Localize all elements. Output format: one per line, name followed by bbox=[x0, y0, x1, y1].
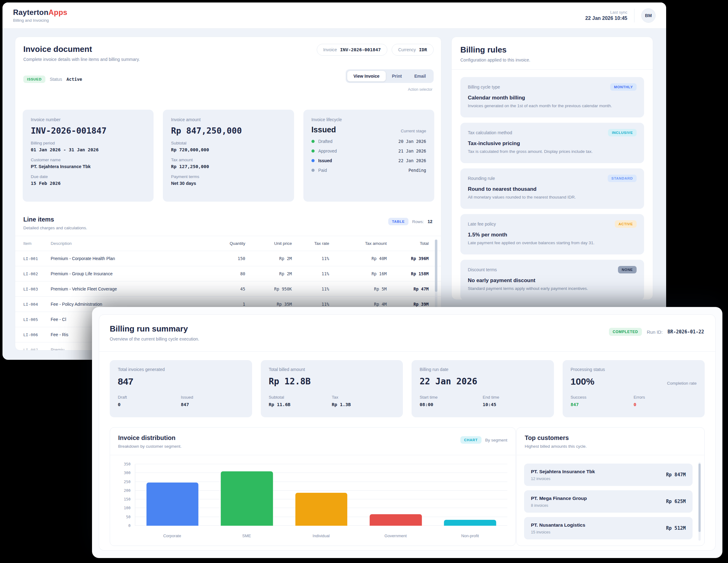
user-avatar[interactable]: BM bbox=[641, 8, 656, 23]
column-header: Tax rate bbox=[292, 241, 329, 246]
y-tick-label: 100 bbox=[124, 506, 131, 510]
status-row: ISSUED Status Active bbox=[23, 76, 82, 83]
rule-late-fee-policy: Late fee policyACTIVE1.5% per monthLate … bbox=[460, 214, 644, 255]
number-box-field-value: PT. Sejahtera Insurance Tbk bbox=[31, 164, 145, 169]
bar-non-profit bbox=[444, 520, 496, 526]
line-items-meta: TABLE Rows: 12 bbox=[388, 218, 432, 225]
billing-run-header: Billing run summary Overview of the curr… bbox=[110, 324, 199, 341]
y-tick-label: 200 bbox=[124, 488, 131, 493]
stat-sub-grid: SubtotalRp 11.6BTaxRp 1.3B bbox=[269, 395, 395, 407]
column-header: Item bbox=[23, 241, 51, 246]
rule-billing-cycle-type: Billing cycle typeMONTHLYCalendar month … bbox=[460, 77, 644, 118]
header-right: Last sync 22 Jan 2026 10:45 BM bbox=[585, 8, 656, 23]
rule-title: 1.5% per month bbox=[468, 232, 637, 238]
rule-tax-calculation-method: Tax calculation methodINCLUSIVETax-inclu… bbox=[460, 123, 644, 163]
rule-label: Billing cycle type bbox=[468, 85, 500, 90]
run-id-label: Run ID: bbox=[647, 329, 663, 334]
table-cell: 45 bbox=[211, 286, 245, 291]
tab-email[interactable]: Email bbox=[408, 71, 432, 81]
amount-box-field-label: Payment terms bbox=[171, 174, 286, 179]
customer-amount: Rp 625M bbox=[666, 499, 686, 504]
stat-value: Rp 12.8B bbox=[269, 376, 311, 386]
top-customers-header-left: Top customers Highest billed amounts thi… bbox=[525, 434, 587, 449]
table-row: LI-002Premium - Group Life Insurance80Rp… bbox=[15, 266, 441, 282]
table-cell: Rp 950K bbox=[245, 286, 292, 291]
table-header-row: ItemDescriptionQuantityUnit priceTax rat… bbox=[15, 236, 441, 251]
stat-sub-grid: Draft0Issued847 bbox=[118, 395, 244, 407]
rows-label: Rows: bbox=[412, 219, 424, 224]
table-cell: LI-006 bbox=[23, 332, 51, 337]
invoice-amount-fields: SubtotalRp 720,000,000Tax amountRp 127,2… bbox=[171, 141, 286, 186]
status-value: Active bbox=[67, 77, 82, 82]
table-cell: Rp 396M bbox=[387, 256, 429, 261]
stat-sub-label: End time bbox=[483, 395, 546, 399]
x-axis-label: SME bbox=[210, 533, 284, 538]
customer-amount: Rp 512M bbox=[666, 525, 686, 531]
stat-sub-label: Draft bbox=[118, 395, 181, 399]
table-cell: Premium - Vehicle Fleet Coverage bbox=[51, 286, 211, 291]
stat-sub-value: 0 bbox=[118, 402, 181, 407]
stage-dot-icon bbox=[311, 169, 315, 172]
customer-invoice-count: 15 invoices bbox=[531, 530, 585, 534]
stat-sub-value: 0 bbox=[634, 402, 697, 407]
customer-info: PT. Nusantara Logistics15 invoices bbox=[531, 522, 585, 534]
y-tick-label: 250 bbox=[124, 480, 131, 484]
stat-big-row: 22 Jan 2026 bbox=[420, 376, 546, 386]
header-divider bbox=[634, 9, 634, 22]
invoice-card-title: Invoice document bbox=[23, 44, 140, 54]
table-scrollbar-thumb[interactable] bbox=[435, 240, 437, 292]
rule-badge: ACTIVE bbox=[615, 220, 637, 228]
distribution-subtitle: Breakdown by customer segment. bbox=[118, 444, 182, 449]
last-sync-label: Last sync bbox=[585, 10, 627, 15]
stat-sub: End time10:45 bbox=[483, 395, 546, 407]
stat-sub-label: Success bbox=[571, 395, 634, 399]
invoice-pill-row: Invoice INV-2026-001847 Currency IDR bbox=[317, 44, 434, 56]
stat-sub: Success847 bbox=[571, 395, 634, 407]
table-cell: 150 bbox=[211, 256, 245, 261]
invoice-card-header: Invoice document Complete invoice detail… bbox=[23, 44, 140, 62]
chart-plot-area bbox=[135, 464, 507, 526]
invoice-card-subtitle: Complete invoice details with line items… bbox=[23, 57, 140, 62]
rule-label: Late fee policy bbox=[468, 222, 496, 227]
top-customers-title: Top customers bbox=[525, 434, 587, 441]
rule-badge: NONE bbox=[618, 266, 637, 274]
stat-big-row: Rp 12.8B bbox=[269, 376, 395, 386]
table-cell: Premium - Group Life Insurance bbox=[51, 271, 211, 276]
number-box-field-label: Customer name bbox=[31, 158, 145, 162]
customers-scrollbar[interactable] bbox=[698, 462, 701, 541]
x-axis-label: Non-profit bbox=[433, 533, 507, 538]
distribution-header: Invoice distribution Breakdown by custom… bbox=[110, 427, 515, 455]
tab-print[interactable]: Print bbox=[386, 71, 408, 81]
bar-government bbox=[370, 514, 422, 526]
table-cell: Fee - Policy Administration bbox=[51, 302, 211, 307]
y-tick-label: 350 bbox=[124, 462, 131, 466]
run-stats-row: Total invoices generated847Draft0Issued8… bbox=[110, 360, 705, 417]
amount-box-field-label: Subtotal bbox=[171, 141, 286, 145]
stage-name: Approved bbox=[318, 149, 337, 154]
stat-sub: SubtotalRp 11.6B bbox=[269, 395, 332, 407]
customers-scrollbar-thumb[interactable] bbox=[698, 464, 701, 532]
table-cell: Rp 39M bbox=[387, 302, 429, 307]
invoice-number-pill[interactable]: Invoice INV-2026-001847 bbox=[317, 44, 387, 56]
stage-name: Issued bbox=[318, 158, 332, 163]
chart-badge: CHART bbox=[460, 436, 481, 444]
rule-description: Standard payment terms apply without ear… bbox=[468, 286, 637, 291]
tab-view-invoice[interactable]: View Invoice bbox=[347, 71, 386, 81]
lifecycle-stage: PaidPending bbox=[311, 168, 426, 173]
lifecycle-stage: Approved21 Jan 2026 bbox=[311, 149, 426, 154]
amount-box-field-label: Tax amount bbox=[171, 158, 286, 162]
table-badge: TABLE bbox=[388, 218, 408, 225]
line-items-title: Line items bbox=[23, 216, 87, 223]
lifecycle-stage: Issued22 Jan 2026 bbox=[311, 158, 426, 163]
table-cell: LI-002 bbox=[23, 272, 51, 276]
stat-sub: Issued847 bbox=[181, 395, 244, 407]
distribution-title: Invoice distribution bbox=[118, 434, 182, 441]
currency-pill[interactable]: Currency IDR bbox=[392, 44, 434, 56]
stat-total-billed-amount: Total billed amountRp 12.8BSubtotalRp 11… bbox=[261, 360, 403, 417]
billing-rules-list: Billing cycle typeMONTHLYCalendar month … bbox=[452, 70, 653, 300]
stage-dot-icon bbox=[311, 150, 315, 153]
table-cell: Rp 2M bbox=[245, 256, 292, 261]
customer-info: PT. Sejahtera Insurance Tbk12 invoices bbox=[531, 469, 595, 481]
chart-y-axis: 050100150200250300350 bbox=[118, 464, 131, 526]
table-cell: Rp 47M bbox=[387, 286, 429, 291]
